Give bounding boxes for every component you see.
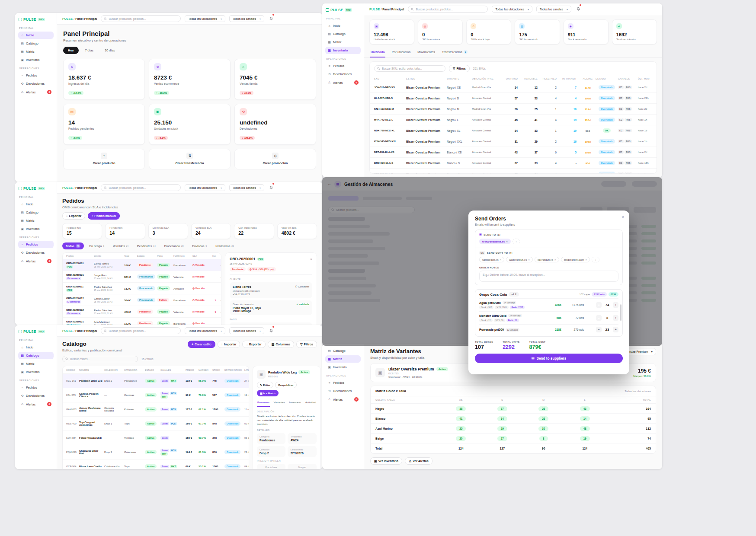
tab-unificado[interactable]: Unificado: [370, 48, 385, 57]
filters-button[interactable]: ▽Filtros: [449, 65, 470, 72]
stock-cell[interactable]: 14: [580, 416, 590, 421]
table-row[interactable]: BRO-590-BLA-SBlazer Oversize PremiumBlan…: [370, 158, 657, 169]
table-row[interactable]: KTS-236-BLA-MBlazer Oversize PremiumBlan…: [370, 169, 657, 174]
export-button[interactable]: ↓Exportar: [62, 212, 85, 220]
table-row[interactable]: HLJ-367-NEG-SBlazer Oversize PremiumNegr…: [370, 93, 657, 104]
close-icon[interactable]: ×: [621, 215, 624, 220]
sidebar-item-catálogo[interactable]: ▤Catálogo: [18, 352, 54, 359]
channel-filter-select[interactable]: Todos los canales▾: [229, 327, 264, 334]
location-filter-select[interactable]: Todas las ubicaciones▾: [185, 15, 225, 22]
contact-button[interactable]: ✆ Contactar: [295, 285, 309, 288]
notifications-bell-icon[interactable]: [269, 327, 273, 335]
stock-cell[interactable]: 57: [497, 406, 507, 411]
channel-filter-select[interactable]: Todos los canales▾: [229, 15, 264, 22]
send-to-suppliers-button[interactable]: ✉Send to suppliers: [475, 354, 623, 363]
stock-cell[interactable]: 25: [456, 426, 466, 431]
order-row[interactable]: ORD-20250031MarketplaceAna Martínez24 en…: [63, 318, 221, 325]
sidebar-item-devoluciones[interactable]: ⟲Devoluciones: [325, 70, 361, 78]
range-tab-30-días[interactable]: 30 días: [100, 47, 120, 54]
filter-tab-procesando[interactable]: Procesando20: [161, 243, 187, 249]
sidebar-item-inicio[interactable]: ⌂Inicio: [325, 22, 361, 29]
range-tab-7-días[interactable]: 7 días: [80, 47, 99, 54]
sidebar-item-pedidos[interactable]: ≡Pedidos: [18, 241, 54, 248]
export-button[interactable]: ↓Exportar: [242, 341, 265, 348]
row-menu-icon[interactable]: ⋯: [656, 86, 657, 89]
tab-movimientos[interactable]: Movimientos: [417, 48, 435, 57]
qty-value[interactable]: 74: [604, 303, 611, 307]
style-row[interactable]: KAL-579Camisa Popelín Clásica—CamisasAct…: [63, 388, 249, 402]
recipient-chip[interactable]: test@cocacola.es×: [479, 239, 511, 244]
stock-cell[interactable]: 29: [497, 426, 507, 431]
sidebar-item-inventario[interactable]: ▣Inventario: [325, 47, 361, 54]
sidebar-item-catálogo[interactable]: ▤Catálogo: [325, 347, 361, 354]
location-filter-select[interactable]: Todas las ubicaciones▾: [492, 6, 532, 13]
detail-tab-inventario[interactable]: Inventario: [289, 399, 301, 407]
style-row[interactable]: GAM-863Jersey Cashmere BlendCápsula Navi…: [63, 402, 249, 417]
stock-cell[interactable]: 26: [538, 416, 548, 421]
style-row[interactable]: OCP-904Blusa Lazo CuelloColaboraciónTops…: [63, 459, 249, 469]
sidebar-item-alertas[interactable]: ⚠Alertas6: [18, 400, 54, 408]
order-row[interactable]: ORD-20250001POSElena Torres25 ene 2026, …: [63, 259, 221, 271]
sidebar-item-matriz[interactable]: ▦Matriz: [325, 355, 361, 363]
filter-tab-en-riesgo[interactable]: En riesgo3: [86, 243, 108, 249]
stock-cell[interactable]: 30: [538, 426, 548, 431]
sidebar-item-alertas[interactable]: ⚠Alertas6: [18, 88, 54, 96]
close-icon[interactable]: ×: [310, 257, 312, 261]
sidebar-item-inicio[interactable]: ⌂Inicio: [18, 344, 54, 351]
table-row[interactable]: KNH-103-NEG-MBlazer Oversize PremiumNegr…: [370, 104, 657, 115]
decrease-qty-button[interactable]: −: [596, 302, 602, 308]
sidebar-item-pedidos[interactable]: ≡Pedidos: [325, 62, 361, 70]
row-menu-icon[interactable]: ⋯: [218, 310, 221, 313]
row-menu-icon[interactable]: ⋯: [656, 118, 657, 121]
cc-chip[interactable]: santi@gufi.es×: [479, 257, 504, 262]
filter-tab-enviados[interactable]: Enviados5: [189, 243, 211, 249]
filter-tab-incidencias[interactable]: Incidencias22: [212, 243, 237, 249]
sidebar-item-pedidos[interactable]: ≡Pedidos: [325, 379, 361, 386]
table-row[interactable]: MYA-742-NEG-LBlazer Oversize PremiumNegr…: [370, 115, 657, 125]
stock-cell[interactable]: 20: [456, 436, 466, 441]
sidebar-item-matriz[interactable]: ▦Matriz: [18, 360, 54, 367]
sidebar-item-matriz[interactable]: ▦Matriz: [18, 48, 54, 55]
sidebar-item-inventario[interactable]: ▣Inventario: [18, 368, 54, 376]
crear-producto-button[interactable]: +Crear producto: [63, 149, 145, 169]
sidebar-item-inventario[interactable]: ▣Inventario: [18, 56, 54, 64]
sidebar-item-catálogo[interactable]: ▤Catálogo: [325, 30, 361, 38]
sidebar-item-pedidos[interactable]: ≡Pedidos: [18, 384, 54, 391]
notifications-bell-icon[interactable]: [269, 184, 273, 191]
detail-tab-variantes[interactable]: Variantes: [273, 399, 285, 407]
catalog-search-input[interactable]: Buscar estilos...: [62, 356, 138, 362]
increase-qty-button[interactable]: +: [613, 302, 618, 308]
columns-button[interactable]: ▥Columnas: [268, 341, 294, 348]
location-filter-select[interactable]: Todas las ubicaciones▾: [185, 184, 225, 191]
notifications-bell-icon[interactable]: [576, 5, 580, 13]
edit-button[interactable]: ✎ Editar: [257, 382, 273, 388]
global-search-input[interactable]: Buscar productos, pedidos...: [101, 184, 181, 191]
detail-tab-resumen[interactable]: Resumen: [257, 399, 270, 407]
stock-cell[interactable]: 41: [456, 416, 466, 421]
increase-qty-button[interactable]: +: [613, 315, 618, 321]
multiplier-badge[interactable]: ×1.2: [509, 292, 519, 297]
notifications-bell-icon[interactable]: [269, 15, 273, 22]
row-menu-icon[interactable]: ⋯: [218, 275, 221, 278]
sidebar-item-inicio[interactable]: ⌂Inicio: [18, 201, 54, 208]
remove-chip-icon[interactable]: ×: [586, 258, 587, 261]
stock-cell[interactable]: 38: [456, 406, 466, 411]
sidebar-item-devoluciones[interactable]: ⟲Devoluciones: [325, 387, 361, 395]
go-to-matrix-button[interactable]: ▦ Ir a Matriz: [257, 390, 279, 396]
remove-chip-icon[interactable]: ×: [528, 258, 530, 261]
manual-order-button[interactable]: + Pedido manual: [88, 212, 120, 220]
style-row[interactable]: PQM-829Chaqueta Biker PielDrop 2Outerwea…: [63, 445, 249, 459]
sidebar-item-catálogo[interactable]: ▤Catálogo: [18, 209, 54, 216]
sidebar-item-devoluciones[interactable]: ⟲Devoluciones: [18, 249, 54, 256]
qty-value[interactable]: 3: [604, 316, 611, 320]
row-menu-icon[interactable]: ⋯: [218, 264, 221, 267]
sidebar-item-inicio[interactable]: ⌂Inicio: [18, 32, 54, 39]
tab-por-ubicación[interactable]: Por ubicación: [391, 48, 411, 57]
global-search-input[interactable]: Buscar productos, pedidos...: [101, 327, 181, 334]
detail-tab-actividad[interactable]: Actividad: [305, 399, 317, 407]
sidebar-item-alertas[interactable]: ⚠Alertas6: [18, 257, 54, 265]
stock-cell[interactable]: 8: [539, 436, 548, 441]
remove-chip-icon[interactable]: ×: [506, 240, 508, 243]
remove-chip-icon[interactable]: ×: [500, 258, 502, 261]
add-recipient-button[interactable]: +: [513, 239, 520, 244]
